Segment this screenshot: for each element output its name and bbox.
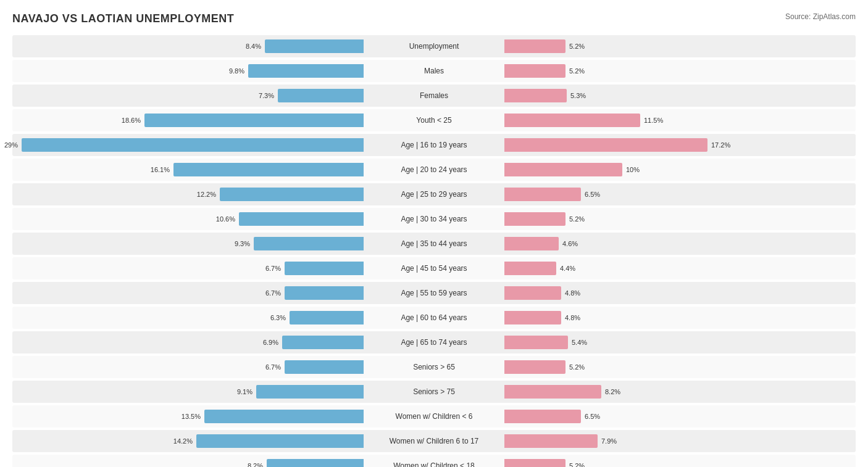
laotian-value: 5.2% bbox=[569, 67, 585, 75]
laotian-bar: 11.5% bbox=[504, 114, 640, 127]
laotian-value: 5.2% bbox=[569, 462, 585, 467]
navajo-bar: 10.6% bbox=[239, 212, 364, 226]
bar-row: 6.7%Age | 55 to 59 years4.8% bbox=[12, 282, 856, 304]
right-section: 5.4% bbox=[502, 331, 856, 353]
navajo-value: 6.9% bbox=[263, 339, 278, 346]
navajo-bar: 16.1% bbox=[173, 163, 364, 176]
bar-row: 6.7%Seniors > 655.2% bbox=[12, 356, 856, 378]
right-section: 4.6% bbox=[502, 233, 856, 255]
navajo-bar: 7.3% bbox=[278, 89, 364, 102]
bar-label: Age | 16 to 19 years bbox=[366, 141, 502, 149]
chart-title: NAVAJO VS LAOTIAN UNEMPLOYMENT bbox=[12, 12, 234, 25]
navajo-value: 9.8% bbox=[229, 67, 244, 75]
bar-row: 8.2%Women w/ Children < 185.2% bbox=[12, 455, 856, 467]
navajo-value: 18.6% bbox=[122, 117, 141, 124]
navajo-value: 7.3% bbox=[259, 92, 274, 99]
navajo-value: 6.3% bbox=[270, 314, 286, 321]
navajo-value: 6.7% bbox=[265, 289, 281, 297]
bar-row: 8.4%Unemployment5.2% bbox=[12, 35, 856, 57]
bar-row: 12.2%Age | 25 to 29 years6.5% bbox=[12, 183, 856, 205]
laotian-value: 7.9% bbox=[601, 437, 617, 445]
bar-row: 9.8%Males5.2% bbox=[12, 60, 856, 82]
bar-label: Males bbox=[366, 67, 502, 75]
bar-row: 6.3%Age | 60 to 64 years4.8% bbox=[12, 307, 856, 329]
laotian-value: 4.8% bbox=[565, 314, 580, 321]
navajo-bar: 9.3% bbox=[254, 237, 364, 250]
right-section: 5.2% bbox=[502, 60, 856, 82]
bar-row: 14.2%Women w/ Children 6 to 177.9% bbox=[12, 430, 856, 452]
laotian-value: 5.2% bbox=[569, 43, 585, 50]
right-section: 4.8% bbox=[502, 282, 856, 304]
left-section: 8.2% bbox=[12, 455, 366, 467]
chart-container: NAVAJO VS LAOTIAN UNEMPLOYMENT Source: Z… bbox=[12, 12, 856, 467]
left-section: 6.7% bbox=[12, 282, 366, 304]
navajo-bar: 12.2% bbox=[220, 188, 364, 201]
bar-row: 6.9%Age | 65 to 74 years5.4% bbox=[12, 331, 856, 353]
laotian-bar: 5.2% bbox=[504, 360, 565, 374]
laotian-bar: 10% bbox=[504, 163, 622, 176]
laotian-bar: 5.2% bbox=[504, 459, 565, 467]
bar-label: Age | 35 to 44 years bbox=[366, 239, 502, 248]
laotian-bar: 17.2% bbox=[504, 138, 707, 152]
laotian-bar: 5.3% bbox=[504, 89, 567, 102]
left-section: 7.3% bbox=[12, 85, 366, 107]
laotian-bar: 4.8% bbox=[504, 311, 561, 324]
bar-label: Unemployment bbox=[366, 42, 502, 51]
navajo-bar: 6.3% bbox=[290, 311, 364, 324]
left-section: 9.1% bbox=[12, 381, 366, 403]
left-section: 8.4% bbox=[12, 35, 366, 57]
left-section: 6.7% bbox=[12, 257, 366, 279]
right-section: 17.2% bbox=[502, 134, 856, 156]
bar-label: Age | 45 to 54 years bbox=[366, 264, 502, 273]
right-section: 5.2% bbox=[502, 356, 856, 378]
chart-header: NAVAJO VS LAOTIAN UNEMPLOYMENT Source: Z… bbox=[12, 12, 856, 25]
bar-label: Youth < 25 bbox=[366, 116, 502, 125]
right-section: 10% bbox=[502, 159, 856, 181]
left-section: 6.9% bbox=[12, 331, 366, 353]
laotian-value: 5.4% bbox=[572, 339, 587, 346]
right-section: 6.5% bbox=[502, 183, 856, 205]
navajo-bar: 29% bbox=[22, 138, 364, 152]
left-section: 9.8% bbox=[12, 60, 366, 82]
right-section: 5.2% bbox=[502, 208, 856, 230]
laotian-bar: 7.9% bbox=[504, 434, 598, 448]
navajo-value: 6.7% bbox=[265, 265, 281, 272]
navajo-value: 12.2% bbox=[197, 191, 216, 198]
navajo-bar: 6.9% bbox=[282, 336, 364, 349]
left-section: 16.1% bbox=[12, 159, 366, 181]
navajo-bar: 9.8% bbox=[248, 64, 364, 78]
laotian-bar: 4.8% bbox=[504, 286, 561, 300]
left-section: 18.6% bbox=[12, 109, 366, 131]
right-section: 5.3% bbox=[502, 85, 856, 107]
left-section: 14.2% bbox=[12, 430, 366, 452]
laotian-bar: 8.2% bbox=[504, 385, 601, 399]
right-section: 8.2% bbox=[502, 381, 856, 403]
bar-row: 6.7%Age | 45 to 54 years4.4% bbox=[12, 257, 856, 279]
laotian-value: 4.6% bbox=[562, 240, 578, 247]
right-section: 6.5% bbox=[502, 405, 856, 428]
navajo-value: 10.6% bbox=[216, 215, 235, 223]
left-section: 6.3% bbox=[12, 307, 366, 329]
bar-row: 9.1%Seniors > 758.2% bbox=[12, 381, 856, 403]
left-section: 10.6% bbox=[12, 208, 366, 230]
navajo-value: 16.1% bbox=[151, 166, 170, 173]
laotian-bar: 5.2% bbox=[504, 64, 565, 78]
laotian-value: 5.2% bbox=[569, 363, 585, 371]
bar-row: 13.5%Women w/ Children < 66.5% bbox=[12, 405, 856, 428]
laotian-value: 4.4% bbox=[560, 265, 575, 272]
laotian-bar: 4.6% bbox=[504, 237, 559, 250]
left-section: 12.2% bbox=[12, 183, 366, 205]
laotian-value: 6.5% bbox=[585, 191, 600, 198]
bar-row: 29%Age | 16 to 19 years17.2% bbox=[12, 134, 856, 156]
bar-row: 10.6%Age | 30 to 34 years5.2% bbox=[12, 208, 856, 230]
laotian-value: 4.8% bbox=[565, 289, 580, 297]
chart-source: Source: ZipAtlas.com bbox=[785, 12, 856, 21]
laotian-value: 17.2% bbox=[711, 141, 730, 149]
right-section: 4.8% bbox=[502, 307, 856, 329]
navajo-bar: 8.2% bbox=[267, 459, 364, 467]
laotian-value: 5.2% bbox=[569, 215, 585, 223]
navajo-value: 9.1% bbox=[237, 388, 252, 395]
laotian-bar: 5.4% bbox=[504, 336, 568, 349]
bar-label: Women w/ Children < 6 bbox=[366, 412, 502, 421]
navajo-bar: 18.6% bbox=[144, 114, 364, 127]
